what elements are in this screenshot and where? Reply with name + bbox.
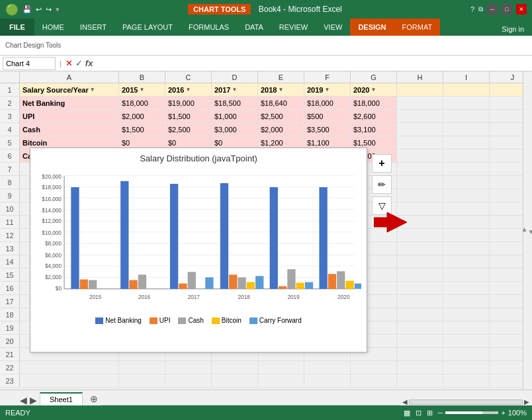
cell[interactable]: 2020▼ [351, 83, 397, 96]
tab-design[interactable]: DESIGN [350, 19, 394, 36]
sheet-add-btn[interactable]: ⊕ [87, 392, 101, 405]
cell[interactable]: $18,000 [351, 97, 397, 109]
view-normal-icon[interactable]: ▦ [404, 409, 410, 417]
cell[interactable] [443, 308, 490, 321]
cell[interactable] [397, 97, 443, 109]
sheet-nav-left[interactable]: ◀ [20, 395, 27, 405]
cell[interactable] [20, 361, 119, 374]
cell[interactable]: $500 [304, 110, 351, 122]
cell[interactable]: 2017▼ [212, 83, 258, 96]
tab-view[interactable]: VIEW [316, 19, 350, 36]
cell[interactable] [443, 361, 490, 374]
cell[interactable]: $2,600 [351, 110, 397, 122]
cell[interactable] [397, 123, 443, 136]
confirm-formula-icon[interactable]: ✓ [75, 58, 83, 68]
cell[interactable] [351, 374, 397, 387]
cell[interactable] [397, 295, 443, 308]
h-scroll[interactable]: ◀ ▶ [400, 398, 532, 405]
tab-page-layout[interactable]: PAGE LAYOUT [114, 19, 181, 36]
cell[interactable]: $2,500 [258, 110, 304, 122]
cell[interactable] [20, 374, 119, 387]
cell[interactable]: $3,500 [304, 123, 351, 136]
cell[interactable] [443, 136, 490, 149]
col-header-b[interactable]: B [119, 71, 165, 83]
cell[interactable] [443, 229, 490, 241]
cell[interactable] [397, 335, 443, 347]
cell[interactable] [443, 282, 490, 294]
cell[interactable] [397, 361, 443, 374]
cell[interactable] [397, 163, 443, 175]
zoom-out-btn[interactable]: ─ [438, 409, 443, 417]
cell[interactable] [397, 321, 443, 334]
minimize-btn[interactable]: ─ [487, 4, 498, 15]
cell[interactable] [351, 361, 397, 374]
cell[interactable]: 2015▼ [119, 83, 165, 96]
chart-container[interactable]: Salary Distribution (javaTpoint) $20,000… [30, 147, 367, 353]
cell[interactable]: $18,500 [212, 97, 258, 109]
add-chart-element-btn[interactable]: + [372, 154, 392, 173]
cell[interactable] [397, 189, 443, 202]
cell[interactable]: $1,500 [165, 110, 212, 122]
h-scroll-left[interactable]: ◀ [402, 398, 408, 405]
tab-home[interactable]: HOME [34, 19, 72, 36]
cell[interactable]: Net Banking [20, 97, 119, 109]
cell[interactable] [443, 123, 490, 136]
col-header-f[interactable]: F [304, 71, 351, 83]
cell[interactable] [443, 242, 490, 255]
cell[interactable] [443, 149, 490, 162]
cell[interactable]: $18,000 [119, 97, 165, 109]
cell[interactable] [443, 335, 490, 347]
cell[interactable] [397, 242, 443, 255]
help-icon[interactable]: ? [470, 5, 474, 13]
cell[interactable]: $2,500 [165, 123, 212, 136]
cell[interactable] [443, 163, 490, 175]
maximize-btn[interactable]: □ [502, 4, 512, 15]
cell[interactable] [443, 216, 490, 228]
cell[interactable] [304, 361, 351, 374]
col-header-i[interactable]: I [443, 71, 490, 83]
col-header-g[interactable]: G [351, 71, 397, 83]
view-pagebreak-icon[interactable]: ⊞ [427, 409, 433, 417]
cell[interactable] [165, 374, 212, 387]
cell[interactable] [397, 374, 443, 387]
cell[interactable]: 2019▼ [304, 83, 351, 96]
cell[interactable] [258, 374, 304, 387]
cell[interactable] [165, 361, 212, 374]
col-header-h[interactable]: H [397, 71, 443, 83]
scroll-up-btn[interactable]: ▲ [521, 226, 528, 233]
cell[interactable] [443, 97, 490, 109]
cell[interactable] [443, 348, 490, 360]
insert-function-icon[interactable]: fx [85, 58, 93, 68]
col-header-e[interactable]: E [258, 71, 304, 83]
cell[interactable]: UPI [20, 110, 119, 122]
cell[interactable]: $3,100 [351, 123, 397, 136]
quick-access-redo[interactable]: ↪ [46, 5, 52, 14]
formula-input[interactable] [95, 60, 529, 67]
chart-style-btn[interactable]: ✏ [372, 175, 392, 194]
cell[interactable] [397, 136, 443, 149]
sign-in-btn[interactable]: Sign in [494, 22, 532, 36]
cell[interactable]: $18,640 [258, 97, 304, 109]
col-header-c[interactable]: C [165, 71, 212, 83]
cell[interactable] [304, 374, 351, 387]
cell[interactable] [443, 269, 490, 281]
cell[interactable] [397, 255, 443, 268]
quick-access-undo[interactable]: ↩ [36, 5, 42, 14]
cell[interactable] [443, 176, 490, 189]
col-header-a[interactable]: A [20, 71, 119, 83]
view-layout-icon[interactable]: ⊡ [416, 409, 421, 417]
cell[interactable]: $18,000 [304, 97, 351, 109]
cell[interactable]: $1,000 [212, 110, 258, 122]
cell[interactable] [119, 361, 165, 374]
cell[interactable] [397, 308, 443, 321]
cell[interactable] [443, 189, 490, 202]
cell[interactable] [258, 361, 304, 374]
tab-data[interactable]: DATA [237, 19, 271, 36]
cell[interactable] [397, 149, 443, 162]
zoom-in-btn[interactable]: + [501, 409, 505, 417]
tab-file[interactable]: FILE [0, 19, 34, 36]
cell[interactable]: $19,000 [165, 97, 212, 109]
cancel-formula-icon[interactable]: ✕ [66, 58, 73, 68]
cell[interactable] [397, 269, 443, 281]
cell[interactable] [397, 348, 443, 360]
